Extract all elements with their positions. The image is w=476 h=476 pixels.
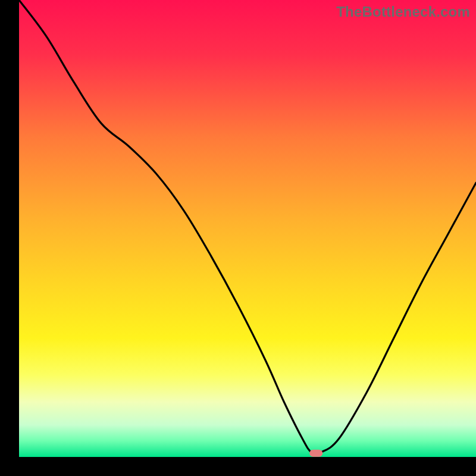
optimum-marker (309, 450, 322, 457)
bottleneck-chart: TheBottleneck.com (0, 0, 476, 476)
watermark-text: TheBottleneck.com (336, 4, 470, 20)
chart-svg (0, 0, 476, 476)
svg-rect-1 (19, 0, 476, 457)
